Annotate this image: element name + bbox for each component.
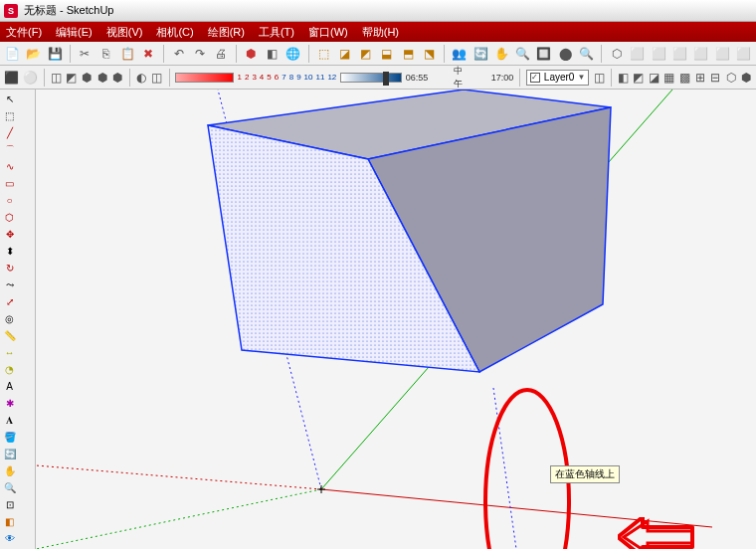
- eraser-tool-icon[interactable]: ⬚: [2, 108, 17, 123]
- tape-tool-icon[interactable]: 📏: [2, 328, 17, 343]
- position-tool-icon[interactable]: 👁: [2, 531, 17, 546]
- polygon-tool-icon[interactable]: ⬡: [2, 210, 17, 225]
- solid3-icon[interactable]: ⬓: [378, 45, 395, 63]
- window-title: 无标题 - SketchUp: [24, 3, 113, 18]
- walk-icon[interactable]: 👥: [451, 45, 468, 63]
- redo-icon[interactable]: ↷: [191, 45, 208, 63]
- delete-icon[interactable]: ✖: [140, 45, 157, 63]
- style4-icon[interactable]: ⬢: [96, 69, 107, 87]
- e1-icon[interactable]: ◧: [618, 69, 629, 87]
- move-tool-icon[interactable]: ✥: [2, 227, 17, 242]
- back-icon[interactable]: ⬜: [692, 45, 709, 63]
- style5-icon[interactable]: ⬢: [112, 69, 123, 87]
- chevron-down-icon: ▼: [577, 73, 585, 82]
- menu-window[interactable]: 窗口(W): [308, 25, 348, 40]
- menu-tools[interactable]: 工具(T): [259, 25, 294, 40]
- solid4-icon[interactable]: ⬒: [400, 45, 417, 63]
- pushpull-tool-icon[interactable]: ⬍: [2, 244, 17, 259]
- 3d-viewport[interactable]: 在蓝色轴线上: [36, 90, 756, 549]
- e6-icon[interactable]: ⊞: [694, 69, 705, 87]
- e5-icon[interactable]: ▩: [678, 69, 689, 87]
- prev-icon[interactable]: ⬤: [557, 45, 574, 63]
- layer-check-icon: ✓: [530, 73, 540, 83]
- 3dtext-tool-icon[interactable]: 𝐀: [2, 413, 17, 428]
- layer-mgr-icon[interactable]: ◫: [593, 69, 604, 87]
- style1-icon[interactable]: ◫: [51, 69, 62, 87]
- scale-tool-icon[interactable]: ⤢: [2, 294, 17, 309]
- zoom2-tool-icon[interactable]: 🔍: [2, 480, 17, 495]
- select-tool-icon[interactable]: ↖: [2, 92, 17, 106]
- follow-tool-icon[interactable]: ⤳: [2, 277, 17, 292]
- offset-tool-icon[interactable]: ◎: [2, 311, 17, 326]
- circle-tool-icon[interactable]: ○: [2, 193, 17, 208]
- axes-tool-icon[interactable]: ✱: [2, 396, 17, 411]
- iso-icon[interactable]: ⬡: [608, 45, 625, 63]
- solid1-icon[interactable]: ◪: [336, 45, 353, 63]
- style2-icon[interactable]: ◩: [66, 69, 77, 87]
- orbit2-tool-icon[interactable]: 🔄: [2, 447, 17, 461]
- save-icon[interactable]: 💾: [47, 45, 64, 63]
- wire-icon[interactable]: ◫: [151, 69, 162, 87]
- time-start: 06:55: [406, 73, 429, 83]
- layer-name: Layer0: [544, 72, 575, 83]
- menu-edit[interactable]: 编辑(E): [56, 25, 93, 40]
- style3-icon[interactable]: ⬢: [82, 69, 93, 87]
- menu-draw[interactable]: 绘图(R): [208, 25, 245, 40]
- fog-icon[interactable]: ⚪: [23, 69, 38, 87]
- time-mid: 中午: [454, 65, 465, 91]
- print-icon[interactable]: 🖨: [212, 45, 229, 63]
- time-end: 17:00: [491, 73, 514, 83]
- e7-icon[interactable]: ⊟: [709, 69, 720, 87]
- rotate-tool-icon[interactable]: ↻: [2, 261, 17, 275]
- date-slider[interactable]: [175, 73, 233, 83]
- menu-camera[interactable]: 相机(C): [156, 25, 193, 40]
- text-tool-icon[interactable]: A: [2, 379, 17, 394]
- shadow-icon[interactable]: ⬛: [4, 69, 19, 87]
- e3-icon[interactable]: ◪: [649, 69, 660, 87]
- pan2-tool-icon[interactable]: ✋: [2, 463, 17, 478]
- top-icon[interactable]: ⬜: [629, 45, 646, 63]
- copy-icon[interactable]: ⎘: [97, 45, 114, 63]
- new-icon[interactable]: 📄: [4, 45, 21, 63]
- component-icon[interactable]: ⬚: [314, 45, 331, 63]
- zoom-icon[interactable]: 🔍: [514, 45, 531, 63]
- geo-icon[interactable]: 🌐: [284, 45, 301, 63]
- solid5-icon[interactable]: ⬔: [421, 45, 438, 63]
- model-icon[interactable]: ⬢: [243, 45, 260, 63]
- menu-help[interactable]: 帮助(H): [362, 25, 399, 40]
- freehand-tool-icon[interactable]: ∿: [2, 159, 17, 174]
- zoomext-tool-icon[interactable]: ⊡: [2, 497, 17, 512]
- face-icon[interactable]: ◧: [264, 45, 281, 63]
- left-icon[interactable]: ⬜: [713, 45, 730, 63]
- app-icon: S: [4, 4, 18, 18]
- cut-icon[interactable]: ✂: [77, 45, 94, 63]
- pan-icon[interactable]: ✋: [493, 45, 510, 63]
- open-icon[interactable]: 📂: [25, 45, 42, 63]
- undo-icon[interactable]: ↶: [170, 45, 187, 63]
- menubar[interactable]: 文件(F) 编辑(E) 视图(V) 相机(C) 绘图(R) 工具(T) 窗口(W…: [0, 22, 756, 42]
- e9-icon[interactable]: ⬢: [740, 69, 751, 87]
- right-icon[interactable]: ⬜: [671, 45, 688, 63]
- solid2-icon[interactable]: ◩: [357, 45, 374, 63]
- section-tool-icon[interactable]: ◧: [2, 514, 17, 529]
- menu-file[interactable]: 文件(F): [6, 25, 42, 40]
- front-icon[interactable]: ⬜: [651, 45, 667, 63]
- prot-tool-icon[interactable]: ◔: [2, 362, 17, 377]
- bottom-icon[interactable]: ⬜: [735, 45, 752, 63]
- e2-icon[interactable]: ◩: [633, 69, 644, 87]
- layer-select[interactable]: ✓ Layer0 ▼: [526, 70, 590, 86]
- paint-tool-icon[interactable]: 🪣: [2, 430, 17, 445]
- line-tool-icon[interactable]: ╱: [2, 125, 17, 140]
- orbit-icon[interactable]: 🔄: [472, 45, 488, 63]
- next-icon[interactable]: 🔍: [578, 45, 595, 63]
- e8-icon[interactable]: ⬡: [725, 69, 736, 87]
- e4-icon[interactable]: ▦: [663, 69, 674, 87]
- paste-icon[interactable]: 📋: [118, 45, 135, 63]
- rect-tool-icon[interactable]: ▭: [2, 176, 17, 191]
- xray-icon[interactable]: ◐: [136, 69, 147, 87]
- zoom-window-icon[interactable]: 🔲: [535, 45, 552, 63]
- arc-tool-icon[interactable]: ⌒: [2, 142, 17, 157]
- time-slider[interactable]: [340, 73, 401, 83]
- menu-view[interactable]: 视图(V): [106, 25, 143, 40]
- dim-tool-icon[interactable]: ↔: [2, 345, 17, 360]
